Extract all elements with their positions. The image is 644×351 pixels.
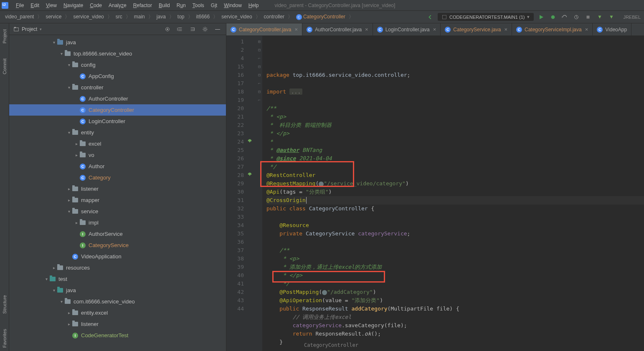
editor-area: CCategoryController.java×CAuthorControll… [226,23,644,351]
crumb[interactable]: main [132,13,147,20]
select-opened-icon[interactable] [163,25,172,33]
crumb[interactable]: java [155,13,167,20]
crumb[interactable]: video_parent [3,13,35,20]
tree-item[interactable]: ▾com.it6666.service_video [9,296,226,307]
close-icon[interactable]: × [294,26,298,33]
tree-item[interactable]: ▾service [9,206,226,217]
tree-item[interactable]: ▸excel [9,138,226,149]
toolbar-right: CODEGENERATORTEST.MAIN1 (1) ▾ JREBEL [426,13,641,21]
menu-tools[interactable]: Tools [189,1,208,10]
svg-point-7 [167,28,168,30]
tree-item[interactable]: ▾java [9,285,226,296]
collapse-all-icon[interactable] [188,25,197,33]
svg-rect-3 [587,15,590,18]
gutter-fold[interactable]: ⊞⊟⌐⊟⊟⌐⊟⌐ [256,36,262,351]
tree-item[interactable]: ▸vo [9,149,226,161]
jrebel-button[interactable] [596,13,604,21]
tab-favorites[interactable]: Favorites [1,326,8,351]
tree-item[interactable]: CAuthor [9,161,226,172]
close-icon[interactable]: × [584,26,588,33]
jrebel-button2[interactable] [607,13,616,21]
run-configuration[interactable]: CODEGENERATORTEST.MAIN1 (1) ▾ [438,13,534,21]
crumb[interactable]: top [176,13,186,20]
debug-button[interactable] [549,13,557,21]
crumb[interactable]: src [114,13,124,20]
menu-edit[interactable]: Edit [27,1,43,10]
tree-item[interactable]: CLoginController [9,116,226,127]
back-button[interactable] [426,13,434,21]
close-icon[interactable]: × [503,26,507,33]
tab-project[interactable]: Project [1,26,8,47]
tree-item[interactable]: ICodeGeneratorTest [9,330,226,341]
tree-item[interactable]: ▸mapper [9,194,226,206]
tree-item[interactable]: CCategory [9,172,226,183]
editor-tab[interactable]: CCategoryController.java× [226,23,302,35]
tab-structure[interactable]: Structure [1,292,8,317]
tree-item[interactable]: ▸resources [9,262,226,273]
left-tool-tabs: Project Commit Structure Favorites [0,23,9,351]
menu-file[interactable]: File [13,1,27,10]
tree-item[interactable]: ▾top.it6666.service_video [9,48,226,59]
menu-build[interactable]: Build [155,1,173,10]
tree-item[interactable]: ▾test [9,273,226,285]
menu-window[interactable]: Window [221,1,245,10]
editor-body: 1241516171819202122232425262728293031323… [226,36,644,351]
svg-rect-0 [443,15,446,19]
tree-item[interactable]: ▾config [9,59,226,71]
editor-tab[interactable]: CAuthorController.java× [302,23,373,35]
tab-commit[interactable]: Commit [1,55,8,78]
code-editor[interactable]: package top.it6666.service_video.control… [262,36,644,351]
jrebel-label: JREBEL [623,15,641,20]
editor-breadcrumb[interactable]: CategoryController [304,341,358,349]
menu-run[interactable]: Run [173,1,189,10]
navigation-bar: video_parent〉 service〉 service_video〉 sr… [0,11,644,23]
menu-view[interactable]: View [43,1,60,10]
menu-code[interactable]: Code [86,1,105,10]
tree-item[interactable]: IAuthorService [9,228,226,240]
tree-item[interactable]: CVideoApplication [9,251,226,262]
stop-button[interactable] [584,13,592,21]
crumb[interactable]: service_video [71,13,105,20]
project-panel: Project ▾ — ▾java▾top.it6666.service_vid… [9,23,226,351]
menu-analyze[interactable]: Analyze [105,1,130,10]
expand-all-icon[interactable] [176,25,184,33]
project-panel-title[interactable]: Project ▾ [13,26,42,32]
menu-refactor[interactable]: Refactor [130,1,155,10]
gutter-line-numbers: 1241516171819202122232425262728293031323… [226,36,247,351]
svg-rect-5 [14,27,16,28]
breadcrumbs: video_parent〉 service〉 service_video〉 sr… [3,13,355,21]
svg-rect-4 [14,28,19,31]
tree-item[interactable]: ICategoryService [9,240,226,251]
crumb-active[interactable]: CCategoryController [294,13,347,21]
close-icon[interactable]: × [432,26,436,33]
hide-icon[interactable]: — [213,25,222,33]
window-title: video_parent - CategoryController.java [… [275,3,396,8]
project-tree[interactable]: ▾java▾top.it6666.service_video▾configCAp… [9,35,226,351]
tree-item[interactable]: CAuthorController [9,93,226,104]
tree-item[interactable]: ▾java [9,37,226,48]
tree-item[interactable]: ▾controller [9,82,226,93]
tree-item[interactable]: ▸listener [9,183,226,194]
close-icon[interactable]: × [364,26,368,33]
run-button[interactable] [537,13,545,21]
tree-item[interactable]: ▾entity [9,127,226,138]
editor-tab[interactable]: CCategoryService.java× [441,23,512,35]
coverage-button[interactable] [560,13,569,21]
tree-item[interactable]: CCategoryController [9,104,226,116]
editor-tab[interactable]: CLoginController.java× [373,23,441,35]
menu-git[interactable]: Git [208,1,221,10]
tree-item[interactable]: CAppConfig [9,71,226,82]
crumb[interactable]: controller [262,13,286,20]
settings-icon[interactable] [201,25,209,33]
crumb[interactable]: service [44,13,63,20]
menu-navigate[interactable]: Navigate [60,1,86,10]
editor-tab[interactable]: CCategoryServiceImpl.java× [512,23,593,35]
crumb[interactable]: service_video [220,13,254,20]
tree-item[interactable]: ▸listener [9,318,226,330]
crumb[interactable]: it6666 [195,13,212,20]
profile-button[interactable] [572,13,581,21]
tree-item[interactable]: ▸impl [9,217,226,228]
tree-item[interactable]: ▸entity.excel [9,307,226,318]
menu-help[interactable]: Help [245,1,262,10]
editor-tab[interactable]: CVideoApp [593,23,631,35]
